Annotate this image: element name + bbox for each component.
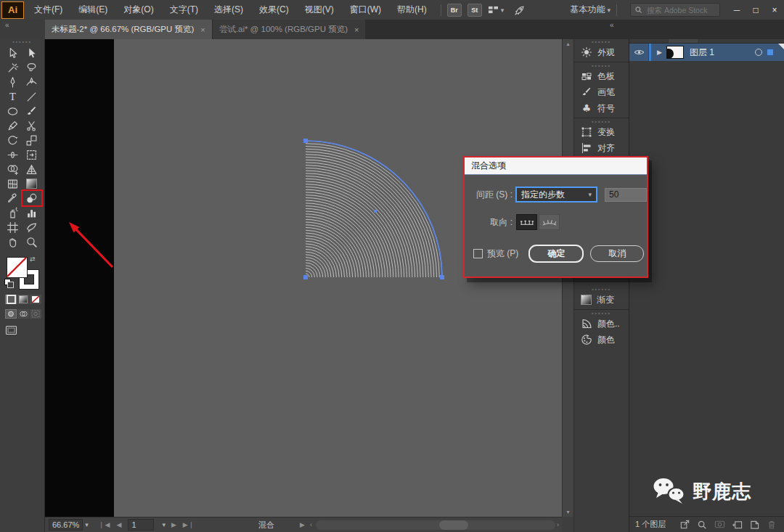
- menu-item-4[interactable]: 选择(S): [206, 0, 251, 20]
- dock-item-align[interactable]: 对齐: [574, 140, 629, 156]
- zoom-tool[interactable]: [23, 234, 41, 249]
- dock-item-symbols[interactable]: ♣符号: [574, 100, 629, 116]
- blend-tool[interactable]: [23, 191, 41, 205]
- status-expand-icon[interactable]: ▶: [300, 517, 306, 532]
- shape-builder-tool[interactable]: [4, 162, 23, 176]
- maximize-button[interactable]: □: [746, 0, 765, 20]
- draw-behind-button[interactable]: [17, 309, 29, 319]
- hand-tool[interactable]: [4, 234, 23, 249]
- align-to-page-button[interactable]: [516, 214, 537, 230]
- chevron-down-icon[interactable]: ▾: [85, 521, 89, 528]
- draw-inside-button[interactable]: [30, 309, 41, 319]
- scissors-tool[interactable]: [23, 118, 41, 133]
- close-tab-icon[interactable]: ×: [354, 25, 359, 34]
- layer-target-icon[interactable]: [755, 49, 762, 56]
- workspace-switcher[interactable]: 基本功能: [570, 4, 605, 16]
- new-layer-icon[interactable]: [746, 520, 763, 530]
- free-transform-tool[interactable]: [23, 147, 41, 162]
- shaper-tool[interactable]: [4, 118, 23, 133]
- artboard-number-field[interactable]: 1: [128, 519, 154, 531]
- vertical-scrollbar[interactable]: ▴ ▾: [562, 39, 573, 517]
- scroll-left-icon[interactable]: ‹: [310, 517, 313, 532]
- new-sublayer-icon[interactable]: [728, 520, 746, 530]
- anchor-point[interactable]: [440, 275, 444, 279]
- column-graph-tool[interactable]: [23, 205, 41, 220]
- paintbrush-tool[interactable]: [23, 104, 41, 118]
- panel-drag-handle[interactable]: ••••••: [574, 311, 629, 316]
- last-artboard-button[interactable]: ▶❘: [183, 521, 195, 528]
- align-to-path-button[interactable]: [539, 214, 560, 230]
- scroll-up-icon[interactable]: ▴: [563, 41, 573, 47]
- dialog-title[interactable]: 混合选项: [465, 157, 647, 175]
- panel-drag-handle[interactable]: ••••••: [0, 39, 44, 44]
- menu-item-0[interactable]: 文件(F): [26, 0, 70, 20]
- dock-collapse-button[interactable]: «: [610, 21, 614, 29]
- width-tool[interactable]: [4, 147, 23, 162]
- dock-item-swatches[interactable]: 色板: [574, 68, 629, 84]
- document-tab-1[interactable]: 尝试.ai* @ 100% (RGB/GPU 预览)×: [212, 20, 366, 39]
- prev-artboard-button[interactable]: ◀: [116, 521, 122, 528]
- menu-item-8[interactable]: 帮助(H): [389, 0, 435, 20]
- arrange-documents-icon[interactable]: [488, 5, 499, 15]
- menu-item-7[interactable]: 窗口(W): [342, 0, 389, 20]
- horizontal-scrollbar[interactable]: [316, 520, 555, 530]
- mesh-tool[interactable]: [4, 176, 23, 191]
- dock-item-appearance[interactable]: 外观: [574, 44, 629, 60]
- delete-layer-icon[interactable]: [763, 520, 780, 530]
- scroll-right-icon[interactable]: ›: [557, 517, 560, 532]
- expand-layer-icon[interactable]: ▶: [657, 49, 662, 56]
- collect-for-export-icon[interactable]: [676, 519, 693, 530]
- scroll-down-icon[interactable]: ▾: [563, 509, 573, 515]
- visibility-eye-icon[interactable]: [629, 44, 649, 61]
- dock-item-brushes[interactable]: 画笔: [574, 84, 629, 100]
- line-segment-tool[interactable]: [23, 89, 41, 104]
- close-tab-icon[interactable]: ×: [200, 25, 205, 34]
- ok-button[interactable]: 确定: [528, 245, 584, 263]
- gradient-mode-button[interactable]: [17, 295, 29, 304]
- canvas[interactable]: [45, 39, 562, 517]
- type-tool[interactable]: T: [4, 89, 23, 104]
- chevron-down-icon[interactable]: ▾: [162, 521, 166, 528]
- document-tab-0[interactable]: 未标题-2* @ 66.67% (RGB/GPU 预览)×: [45, 20, 212, 39]
- first-artboard-button[interactable]: ❘◀: [99, 521, 110, 528]
- layer-selection-indicator[interactable]: [767, 49, 774, 56]
- gradient-tool[interactable]: [23, 176, 41, 191]
- dock-item-color[interactable]: 颜色: [574, 332, 629, 348]
- slice-tool[interactable]: [23, 220, 41, 234]
- spacing-dropdown[interactable]: 指定的步数 ▾: [516, 187, 597, 202]
- make-mask-icon[interactable]: [711, 520, 728, 529]
- layer-thumbnail[interactable]: [666, 46, 684, 59]
- menu-item-5[interactable]: 效果(C): [251, 0, 297, 20]
- dock-item-color-guide[interactable]: 颜色..: [574, 316, 629, 332]
- selection-tool[interactable]: [4, 46, 23, 60]
- preview-checkbox[interactable]: [473, 249, 483, 258]
- dock-item-transform[interactable]: 变换: [574, 124, 629, 140]
- menu-item-6[interactable]: 视图(V): [297, 0, 342, 20]
- layer-row[interactable]: ▶ 图层 1: [629, 44, 784, 61]
- scrollbar-thumb[interactable]: [439, 520, 468, 530]
- dock-item-gradient[interactable]: 渐变: [574, 292, 629, 308]
- layer-name[interactable]: 图层 1: [690, 46, 714, 59]
- rocket-icon[interactable]: [514, 4, 526, 16]
- eyedropper-tool[interactable]: [4, 191, 23, 205]
- draw-normal-button[interactable]: [5, 309, 17, 319]
- panel-drag-handle[interactable]: ••••••: [574, 287, 629, 292]
- steps-input[interactable]: [605, 188, 647, 202]
- blend-spine-point[interactable]: [374, 210, 377, 213]
- perspective-grid-tool[interactable]: [23, 162, 41, 176]
- menu-item-3[interactable]: 文字(T): [162, 0, 206, 20]
- stock-search[interactable]: [630, 3, 720, 17]
- panel-drag-handle[interactable]: ••••••: [574, 63, 629, 68]
- locate-object-icon[interactable]: [693, 520, 711, 530]
- fill-swatch[interactable]: [7, 257, 28, 278]
- direct-selection-tool[interactable]: [23, 46, 41, 60]
- bridge-button[interactable]: Br: [447, 4, 462, 17]
- stock-button[interactable]: St: [467, 4, 482, 17]
- anchor-point[interactable]: [303, 139, 308, 143]
- cancel-button[interactable]: 取消: [590, 245, 644, 262]
- curvature-tool[interactable]: [23, 75, 41, 89]
- minimize-button[interactable]: ─: [727, 0, 746, 20]
- none-mode-button[interactable]: [30, 295, 41, 304]
- panel-drag-handle[interactable]: ••••••: [574, 39, 629, 44]
- menu-item-2[interactable]: 对象(O): [115, 0, 161, 20]
